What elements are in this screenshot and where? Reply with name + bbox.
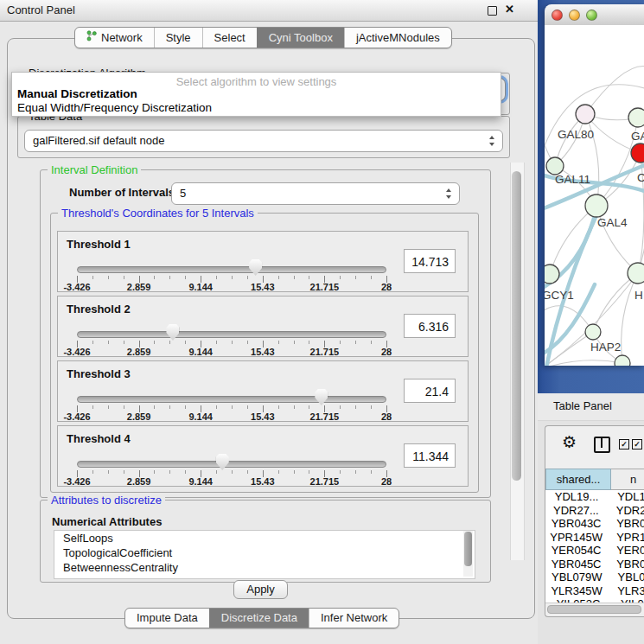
axis-tick-label: 21.715	[310, 282, 340, 292]
cell: YBL079W	[545, 571, 609, 584]
apply-button[interactable]: Apply	[233, 580, 288, 599]
network-node-label: GAL11	[555, 173, 590, 186]
network-node[interactable]	[585, 194, 608, 217]
numerical-attributes-list: SelfLoops TopologicalCoefficient Between…	[54, 530, 475, 579]
tab-label: Select	[214, 31, 245, 45]
threshold-value-field[interactable]: 21.4	[404, 379, 456, 403]
slider-thumb[interactable]	[216, 454, 229, 470]
tab-label: Infer Network	[321, 611, 387, 625]
close-icon[interactable]: ✕	[505, 3, 514, 16]
tab-jactivemnodules[interactable]: jActiveMNodules	[344, 28, 451, 48]
network-node[interactable]	[615, 355, 630, 366]
slider-thumb[interactable]	[315, 389, 328, 405]
slider-thumb[interactable]	[249, 259, 262, 276]
bottom-tab-strip: Impute Data Discretize Data Infer Networ…	[124, 608, 399, 628]
tab-network[interactable]: Network	[75, 28, 154, 48]
tab-impute-data[interactable]: Impute Data	[125, 609, 209, 628]
threshold-1-slider[interactable]: -3.4262.8599.14415.4321.71528	[77, 258, 386, 290]
tab-discretize-data[interactable]: Discretize Data	[209, 609, 309, 628]
tab-style[interactable]: Style	[154, 28, 202, 48]
network-node-label: GA	[631, 130, 644, 143]
cell: YBL0	[609, 571, 644, 584]
column-header-shared-name[interactable]: shared...	[545, 469, 611, 490]
table-data-combobox[interactable]: galFiltered.sif default node	[24, 130, 503, 152]
slider-thumb[interactable]	[166, 324, 179, 341]
axis-tick-label: 28	[381, 411, 392, 422]
table-hscrollbar-thumb[interactable]	[547, 605, 641, 614]
slider-track[interactable]	[77, 461, 386, 468]
network-node-label: GAL4	[597, 216, 628, 229]
axis-tick-label: -3.426	[63, 282, 90, 292]
network-node[interactable]	[546, 157, 564, 175]
split-table-icon[interactable]	[594, 437, 610, 453]
float-window-icon[interactable]	[488, 6, 497, 16]
table-row[interactable]: YBR043CYBR0	[545, 517, 644, 531]
cell: YER0	[607, 544, 644, 558]
group-title: Threshold's Coordinates for 5 Intervals	[58, 207, 258, 220]
slider-track[interactable]	[77, 266, 386, 273]
table-row[interactable]: YDR27...YDR2	[545, 504, 644, 518]
tab-label: Network	[101, 31, 143, 45]
dropdown-option-equal-width-frequency[interactable]: Equal Width/Frequency Discretization	[17, 101, 212, 114]
cell: YPR145W	[545, 531, 607, 545]
network-node[interactable]	[631, 143, 644, 163]
network-node[interactable]	[628, 108, 644, 127]
gear-icon[interactable]: ⚙	[562, 433, 577, 452]
table-row[interactable]: YBR045CYBR0	[545, 558, 644, 571]
tab-cyni-toolbox[interactable]: Cyni Toolbox	[257, 28, 344, 48]
group-title: Interval Definition	[48, 163, 141, 176]
network-canvas[interactable]: GAL80GACGAL11GAL4GCY1HHAP2	[545, 25, 644, 366]
toolbox-tab-strip: Network Style Select Cyni Toolbox jActiv…	[74, 27, 452, 48]
cell: YDL1	[608, 490, 644, 504]
table-row[interactable]: YDL19...YDL1	[545, 490, 644, 504]
threshold-value-field[interactable]: 11.344	[404, 443, 456, 468]
combobox-value: 5	[180, 183, 186, 203]
close-button[interactable]	[552, 10, 563, 21]
network-edge	[545, 360, 622, 366]
network-node[interactable]	[576, 105, 595, 124]
zoom-button[interactable]	[586, 10, 597, 21]
combobox-stepper-icon	[489, 136, 495, 146]
checkbox-icon[interactable]: ✓	[632, 439, 642, 450]
table-row[interactable]: YPR145WYPR1	[545, 531, 644, 545]
number-of-intervals-combobox[interactable]: 5	[171, 182, 460, 205]
axis-tick-label: -3.426	[63, 476, 90, 487]
table-row[interactable]: YLR345WYLR3	[545, 584, 644, 598]
threshold-4-slider[interactable]: -3.4262.8599.14415.4321.71528	[77, 452, 386, 485]
axis-tick-label: 9.144	[188, 411, 213, 422]
network-node[interactable]	[585, 324, 601, 340]
threshold-value-field[interactable]: 6.316	[404, 314, 456, 338]
column-header-name[interactable]: n	[611, 469, 644, 490]
threshold-3-slider[interactable]: -3.4262.8599.14415.4321.71528	[77, 387, 386, 420]
panel-scrollbar-thumb[interactable]	[512, 171, 521, 481]
network-node[interactable]	[545, 265, 559, 284]
tab-infer-network[interactable]: Infer Network	[309, 609, 399, 628]
threshold-2-slider[interactable]: -3.4262.8599.14415.4321.71528	[77, 322, 386, 355]
axis-tick-label: 28	[381, 476, 392, 487]
tab-label: jActiveMNodules	[356, 31, 440, 45]
axis-tick-label: 21.715	[310, 347, 340, 357]
dropdown-option-manual-discretization[interactable]: Manual Discretization	[17, 87, 137, 100]
tab-select[interactable]: Select	[202, 28, 257, 48]
network-node[interactable]	[628, 263, 644, 284]
network-node-label: GCY1	[545, 289, 574, 302]
slider-track[interactable]	[77, 396, 386, 403]
table-row[interactable]: YBL079WYBL0	[545, 571, 644, 584]
table-panel-header: Table Panel	[538, 393, 644, 421]
checkbox-icon[interactable]: ✓	[619, 439, 629, 450]
list-item[interactable]: TopologicalCoefficient	[54, 545, 475, 560]
minimize-button[interactable]	[569, 10, 580, 21]
list-item[interactable]: BetweennessCentrality	[54, 560, 475, 575]
network-graph[interactable]: GAL80GACGAL11GAL4GCY1HHAP2	[545, 25, 644, 366]
axis-tick-label: 15.43	[251, 282, 275, 292]
tab-label: Impute Data	[137, 611, 198, 625]
axis-tick-label: 21.715	[310, 476, 340, 487]
list-scrollbar-thumb[interactable]	[464, 532, 472, 566]
cell: YBR0	[607, 558, 644, 571]
table-row[interactable]: YER054CYER0	[545, 544, 644, 558]
slider-track[interactable]	[77, 331, 386, 338]
network-icon	[86, 30, 97, 45]
threshold-value-field[interactable]: 14.713	[404, 249, 456, 273]
control-panel-window: Control Panel ✕ Network Style Select Cyn…	[0, 0, 538, 644]
list-item[interactable]: SelfLoops	[54, 531, 475, 545]
